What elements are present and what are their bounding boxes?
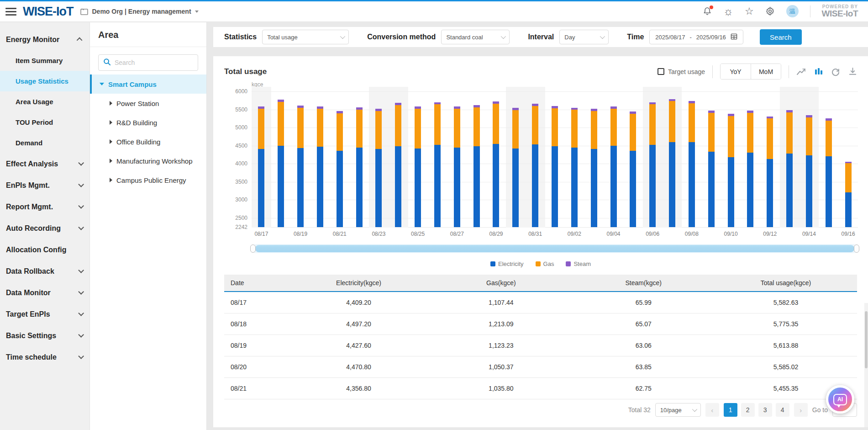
org-selector[interactable]: Demo Org | Energy management — [80, 8, 198, 15]
tree-node-campus-public-energy[interactable]: Campus Public Energy — [90, 170, 206, 190]
bar-08-29[interactable] — [493, 91, 499, 227]
bar-08-24[interactable] — [395, 91, 401, 227]
time-range-picker[interactable]: 2025/08/17 - 2025/09/16 — [649, 30, 743, 44]
datazoom-left-handle[interactable] — [250, 244, 256, 253]
line-chart-icon[interactable] — [796, 68, 806, 76]
table-row[interactable]: 08/194,427.601,123.2363.065,613.88 — [224, 335, 857, 356]
mom-button[interactable]: MoM — [751, 64, 781, 79]
bar-08-23[interactable] — [375, 91, 382, 227]
notification-bell-icon[interactable] — [703, 6, 712, 16]
sidebar-item-area-usage[interactable]: Area Usage — [0, 91, 89, 112]
bar-08-27[interactable] — [454, 91, 460, 227]
bar-09-12[interactable] — [767, 91, 773, 227]
bar-chart-icon[interactable] — [815, 68, 823, 76]
sidebar-item-tou-period[interactable]: TOU Period — [0, 112, 89, 133]
scrollbar-thumb[interactable] — [865, 311, 868, 368]
sidebar-item-demand[interactable]: Demand — [0, 133, 89, 153]
sidebar-item-data-monitor[interactable]: Data Monitor — [0, 282, 89, 303]
bar-09-15[interactable] — [826, 91, 832, 227]
sidebar-item-basic-settings[interactable]: Basic Settings — [0, 325, 89, 346]
favorite-star-icon[interactable]: ☆ — [745, 6, 754, 16]
bar-08-19[interactable] — [297, 91, 304, 227]
sidebar-menu: Energy MonitorItem SummaryUsage Statisti… — [0, 22, 89, 430]
tree-node-power-station[interactable]: Power Station — [90, 94, 206, 113]
tree-node-r-d-building[interactable]: R&D Building — [90, 113, 206, 132]
tree-node-manufacturing-workshop[interactable]: Manufacturing Workshop — [90, 151, 206, 170]
bar-08-17[interactable] — [258, 91, 264, 227]
datazoom-right-handle[interactable] — [854, 244, 859, 253]
bar-09-07[interactable] — [669, 91, 675, 227]
sidebar-item-data-rollback[interactable]: Data Rollback — [0, 260, 89, 282]
bar-09-08[interactable] — [689, 91, 695, 227]
area-search-input[interactable] — [115, 59, 197, 66]
bar-09-06[interactable] — [649, 91, 656, 227]
sidebar-item-energy-monitor[interactable]: Energy Monitor — [0, 29, 89, 50]
sidebar-item-time-schedule[interactable]: Time schedule — [0, 346, 89, 368]
page-button-4[interactable]: 4 — [776, 403, 789, 417]
bar-08-21[interactable] — [337, 91, 343, 227]
sidebar-item-effect-analysis[interactable]: Effect Analysis — [0, 153, 89, 175]
brightness-icon[interactable]: ☼ — [723, 6, 733, 17]
bar-09-02[interactable] — [571, 91, 578, 227]
table-row[interactable]: 08/174,409.201,107.4465.995,582.63 — [224, 292, 857, 313]
table-row[interactable]: 08/204,470.801,050.3763.855,585.02 — [224, 356, 857, 378]
bar-09-03[interactable] — [591, 91, 597, 227]
top-bar: WISE-IoT Demo Org | Energy management ☼ … — [0, 0, 868, 22]
datazoom-window[interactable] — [255, 245, 854, 252]
sidebar-item-auto-recording[interactable]: Auto Recording — [0, 218, 89, 239]
bar-09-14[interactable] — [806, 91, 812, 227]
bar-08-22[interactable] — [356, 91, 363, 227]
target-usage-checkbox[interactable]: Target usage — [658, 68, 705, 75]
interval-select[interactable]: Day — [559, 30, 609, 44]
next-page-button[interactable]: › — [794, 403, 808, 417]
bar-08-30[interactable] — [512, 91, 519, 227]
bar-08-18[interactable] — [278, 91, 284, 227]
sidebar-item-usage-statistics[interactable]: Usage Statistics — [0, 71, 89, 91]
search-button[interactable]: Search — [760, 29, 802, 45]
bar-09-04[interactable] — [610, 91, 617, 227]
statistics-select[interactable]: Total usage — [262, 30, 349, 44]
bar-09-09[interactable] — [708, 91, 715, 227]
sidebar-item-report-mgmt[interactable]: Report Mgmt. — [0, 196, 89, 218]
area-search-box[interactable] — [98, 54, 198, 71]
sidebar-item-target-enpis[interactable]: Target EnPIs — [0, 303, 89, 325]
sidebar-item-enpis-mgmt[interactable]: EnPIs Mgmt. — [0, 175, 89, 196]
download-icon[interactable] — [848, 67, 857, 76]
hamburger-menu-icon[interactable] — [5, 8, 16, 16]
x-axis-tick: 09/16 — [842, 231, 855, 237]
bar-08-31[interactable] — [532, 91, 538, 227]
page-button-2[interactable]: 2 — [741, 403, 755, 417]
table-row[interactable]: 08/214,356.801,035.8062.755,455.35 — [224, 378, 857, 399]
settings-gear-icon[interactable] — [765, 6, 775, 16]
datazoom-slider[interactable] — [252, 244, 858, 253]
y-axis-tick: 3500 — [235, 179, 247, 185]
bar-09-13[interactable] — [786, 91, 793, 227]
page-size-select[interactable]: 10/page — [655, 403, 701, 417]
tree-node-smart-campus[interactable]: Smart Campus — [90, 74, 206, 94]
bar-09-16[interactable] — [845, 91, 852, 227]
bar-09-01[interactable] — [552, 91, 558, 227]
caret-right-icon — [110, 178, 112, 182]
sidebar-item-allocation-config[interactable]: Allocation Config — [0, 239, 89, 260]
caret-right-icon — [110, 159, 112, 163]
table-row[interactable]: 08/184,497.201,213.0965.075,775.35 — [224, 313, 857, 335]
bar-08-20[interactable] — [317, 91, 323, 227]
sidebar-item-item-summary[interactable]: Item Summary — [0, 50, 89, 71]
yoy-button[interactable]: YoY — [721, 64, 751, 79]
bar-09-11[interactable] — [747, 91, 753, 227]
bar-08-26[interactable] — [434, 91, 441, 227]
page-button-1[interactable]: 1 — [724, 403, 737, 417]
bar-09-05[interactable] — [630, 91, 636, 227]
page-button-3[interactable]: 3 — [758, 403, 772, 417]
cell-date: 08/20 — [224, 363, 288, 371]
conversion-method-select[interactable]: Standard coal — [441, 30, 510, 44]
user-avatar[interactable]: 温 — [786, 5, 799, 17]
bar-08-28[interactable] — [473, 91, 480, 227]
prev-page-button[interactable]: ‹ — [705, 403, 719, 417]
bar-09-10[interactable] — [728, 91, 734, 227]
bar-08-25[interactable] — [415, 91, 421, 227]
ai-assistant-button[interactable]: AI — [826, 385, 854, 414]
tree-node-office-building[interactable]: Office Building — [90, 132, 206, 151]
refresh-icon[interactable] — [831, 67, 840, 76]
interval-label: Interval — [528, 33, 554, 41]
